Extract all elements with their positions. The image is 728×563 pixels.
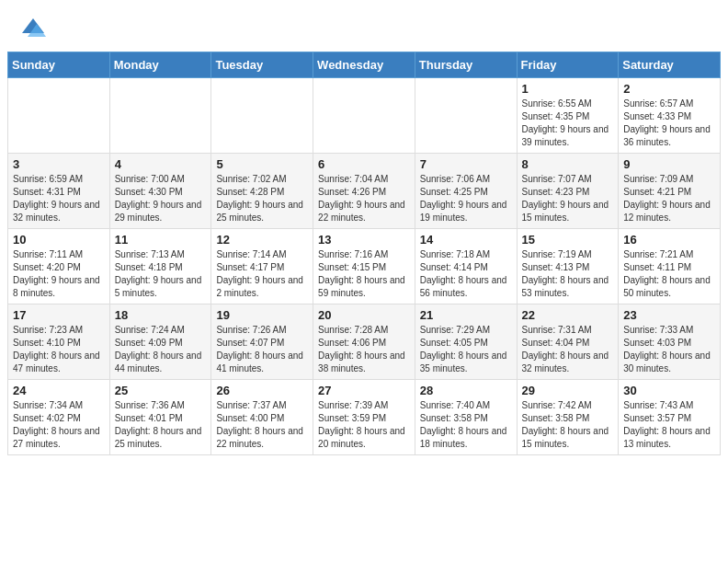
day-number: 23 xyxy=(623,308,715,322)
day-number: 18 xyxy=(115,308,207,322)
day-info: Sunrise: 7:09 AM Sunset: 4:21 PM Dayligh… xyxy=(623,173,715,224)
day-number: 6 xyxy=(318,157,410,171)
day-info: Sunrise: 7:16 AM Sunset: 4:15 PM Dayligh… xyxy=(318,248,410,300)
day-info: Sunrise: 6:57 AM Sunset: 4:33 PM Dayligh… xyxy=(623,98,715,149)
calendar-cell: 22Sunrise: 7:31 AM Sunset: 4:04 PM Dayli… xyxy=(517,304,619,380)
day-number: 10 xyxy=(13,233,105,247)
day-info: Sunrise: 7:43 AM Sunset: 3:57 PM Dayligh… xyxy=(623,399,715,451)
day-info: Sunrise: 7:14 AM Sunset: 4:17 PM Dayligh… xyxy=(216,248,308,300)
calendar-cell xyxy=(313,78,415,154)
day-info: Sunrise: 7:36 AM Sunset: 4:01 PM Dayligh… xyxy=(115,399,207,451)
calendar-cell xyxy=(109,78,211,154)
calendar-cell: 17Sunrise: 7:23 AM Sunset: 4:10 PM Dayli… xyxy=(8,304,110,380)
calendar-cell: 4Sunrise: 7:00 AM Sunset: 4:30 PM Daylig… xyxy=(109,154,211,229)
calendar-cell: 13Sunrise: 7:16 AM Sunset: 4:15 PM Dayli… xyxy=(313,229,415,304)
day-number: 17 xyxy=(13,308,105,322)
day-info: Sunrise: 7:37 AM Sunset: 4:00 PM Dayligh… xyxy=(216,399,308,451)
day-info: Sunrise: 7:39 AM Sunset: 3:59 PM Dayligh… xyxy=(318,399,410,451)
day-info: Sunrise: 7:34 AM Sunset: 4:02 PM Dayligh… xyxy=(13,399,105,451)
calendar-week-row: 3Sunrise: 6:59 AM Sunset: 4:31 PM Daylig… xyxy=(8,154,721,229)
calendar-header-saturday: Saturday xyxy=(619,52,721,78)
day-number: 29 xyxy=(522,384,614,397)
day-number: 11 xyxy=(115,233,207,247)
calendar-cell: 28Sunrise: 7:40 AM Sunset: 3:58 PM Dayli… xyxy=(415,380,517,455)
calendar-header-friday: Friday xyxy=(517,52,619,78)
day-info: Sunrise: 7:42 AM Sunset: 3:58 PM Dayligh… xyxy=(522,399,614,451)
day-number: 14 xyxy=(420,233,512,247)
day-number: 30 xyxy=(623,384,715,397)
day-info: Sunrise: 6:55 AM Sunset: 4:35 PM Dayligh… xyxy=(522,98,614,149)
day-info: Sunrise: 7:33 AM Sunset: 4:03 PM Dayligh… xyxy=(623,324,715,375)
day-info: Sunrise: 7:31 AM Sunset: 4:04 PM Dayligh… xyxy=(522,324,614,375)
calendar-cell: 16Sunrise: 7:21 AM Sunset: 4:11 PM Dayli… xyxy=(619,229,721,304)
calendar-cell: 9Sunrise: 7:09 AM Sunset: 4:21 PM Daylig… xyxy=(619,154,721,229)
calendar-header-thursday: Thursday xyxy=(415,52,517,78)
day-number: 4 xyxy=(115,157,207,171)
calendar-cell: 3Sunrise: 6:59 AM Sunset: 4:31 PM Daylig… xyxy=(8,154,110,229)
day-number: 20 xyxy=(318,308,410,322)
day-number: 22 xyxy=(522,308,614,322)
day-info: Sunrise: 7:21 AM Sunset: 4:11 PM Dayligh… xyxy=(623,248,715,300)
calendar-cell: 10Sunrise: 7:11 AM Sunset: 4:20 PM Dayli… xyxy=(8,229,110,304)
day-number: 7 xyxy=(420,157,512,171)
page-header xyxy=(0,0,728,52)
calendar-cell: 6Sunrise: 7:04 AM Sunset: 4:26 PM Daylig… xyxy=(313,154,415,229)
day-info: Sunrise: 7:40 AM Sunset: 3:58 PM Dayligh… xyxy=(420,399,512,451)
calendar-cell: 27Sunrise: 7:39 AM Sunset: 3:59 PM Dayli… xyxy=(313,380,415,455)
calendar-cell: 19Sunrise: 7:26 AM Sunset: 4:07 PM Dayli… xyxy=(211,304,313,380)
calendar-week-row: 17Sunrise: 7:23 AM Sunset: 4:10 PM Dayli… xyxy=(8,304,721,380)
calendar-cell: 5Sunrise: 7:02 AM Sunset: 4:28 PM Daylig… xyxy=(211,154,313,229)
day-number: 1 xyxy=(522,82,614,96)
calendar-cell: 23Sunrise: 7:33 AM Sunset: 4:03 PM Dayli… xyxy=(619,304,721,380)
day-number: 21 xyxy=(420,308,512,322)
calendar-header-monday: Monday xyxy=(109,52,211,78)
calendar-cell: 7Sunrise: 7:06 AM Sunset: 4:25 PM Daylig… xyxy=(415,154,517,229)
calendar-cell: 30Sunrise: 7:43 AM Sunset: 3:57 PM Dayli… xyxy=(619,380,721,455)
calendar-cell: 15Sunrise: 7:19 AM Sunset: 4:13 PM Dayli… xyxy=(517,229,619,304)
day-info: Sunrise: 7:23 AM Sunset: 4:10 PM Dayligh… xyxy=(13,324,105,375)
day-info: Sunrise: 7:19 AM Sunset: 4:13 PM Dayligh… xyxy=(522,248,614,300)
day-number: 5 xyxy=(216,157,308,171)
day-number: 27 xyxy=(318,384,410,397)
calendar-cell: 11Sunrise: 7:13 AM Sunset: 4:18 PM Dayli… xyxy=(109,229,211,304)
day-number: 19 xyxy=(216,308,308,322)
day-info: Sunrise: 7:13 AM Sunset: 4:18 PM Dayligh… xyxy=(115,248,207,300)
day-info: Sunrise: 7:02 AM Sunset: 4:28 PM Dayligh… xyxy=(216,173,308,224)
day-info: Sunrise: 7:07 AM Sunset: 4:23 PM Dayligh… xyxy=(522,173,614,224)
calendar-cell: 18Sunrise: 7:24 AM Sunset: 4:09 PM Dayli… xyxy=(109,304,211,380)
calendar-cell xyxy=(8,78,110,154)
calendar-cell: 8Sunrise: 7:07 AM Sunset: 4:23 PM Daylig… xyxy=(517,154,619,229)
day-number: 9 xyxy=(623,157,715,171)
day-info: Sunrise: 7:26 AM Sunset: 4:07 PM Dayligh… xyxy=(216,324,308,375)
day-number: 16 xyxy=(623,233,715,247)
calendar-wrapper: SundayMondayTuesdayWednesdayThursdayFrid… xyxy=(0,52,728,463)
calendar-cell: 14Sunrise: 7:18 AM Sunset: 4:14 PM Dayli… xyxy=(415,229,517,304)
calendar-week-row: 1Sunrise: 6:55 AM Sunset: 4:35 PM Daylig… xyxy=(8,78,721,154)
day-number: 13 xyxy=(318,233,410,247)
day-info: Sunrise: 7:24 AM Sunset: 4:09 PM Dayligh… xyxy=(115,324,207,375)
calendar-cell: 1Sunrise: 6:55 AM Sunset: 4:35 PM Daylig… xyxy=(517,78,619,154)
calendar-week-row: 10Sunrise: 7:11 AM Sunset: 4:20 PM Dayli… xyxy=(8,229,721,304)
day-number: 15 xyxy=(522,233,614,247)
calendar-header-tuesday: Tuesday xyxy=(211,52,313,78)
calendar-cell: 24Sunrise: 7:34 AM Sunset: 4:02 PM Dayli… xyxy=(8,380,110,455)
day-number: 24 xyxy=(13,384,105,397)
day-number: 3 xyxy=(13,157,105,171)
calendar-cell: 25Sunrise: 7:36 AM Sunset: 4:01 PM Dayli… xyxy=(109,380,211,455)
day-info: Sunrise: 7:04 AM Sunset: 4:26 PM Dayligh… xyxy=(318,173,410,224)
calendar-table: SundayMondayTuesdayWednesdayThursdayFrid… xyxy=(7,52,721,455)
day-info: Sunrise: 7:11 AM Sunset: 4:20 PM Dayligh… xyxy=(13,248,105,300)
day-info: Sunrise: 7:00 AM Sunset: 4:30 PM Dayligh… xyxy=(115,173,207,224)
calendar-cell: 29Sunrise: 7:42 AM Sunset: 3:58 PM Dayli… xyxy=(517,380,619,455)
day-info: Sunrise: 7:28 AM Sunset: 4:06 PM Dayligh… xyxy=(318,324,410,375)
day-number: 8 xyxy=(522,157,614,171)
calendar-cell: 2Sunrise: 6:57 AM Sunset: 4:33 PM Daylig… xyxy=(619,78,721,154)
day-info: Sunrise: 7:29 AM Sunset: 4:05 PM Dayligh… xyxy=(420,324,512,375)
calendar-cell: 12Sunrise: 7:14 AM Sunset: 4:17 PM Dayli… xyxy=(211,229,313,304)
day-number: 26 xyxy=(216,384,308,397)
day-info: Sunrise: 6:59 AM Sunset: 4:31 PM Dayligh… xyxy=(13,173,105,224)
calendar-header-sunday: Sunday xyxy=(8,52,110,78)
calendar-header-row: SundayMondayTuesdayWednesdayThursdayFrid… xyxy=(8,52,721,78)
calendar-week-row: 24Sunrise: 7:34 AM Sunset: 4:02 PM Dayli… xyxy=(8,380,721,455)
logo-icon xyxy=(18,15,48,44)
